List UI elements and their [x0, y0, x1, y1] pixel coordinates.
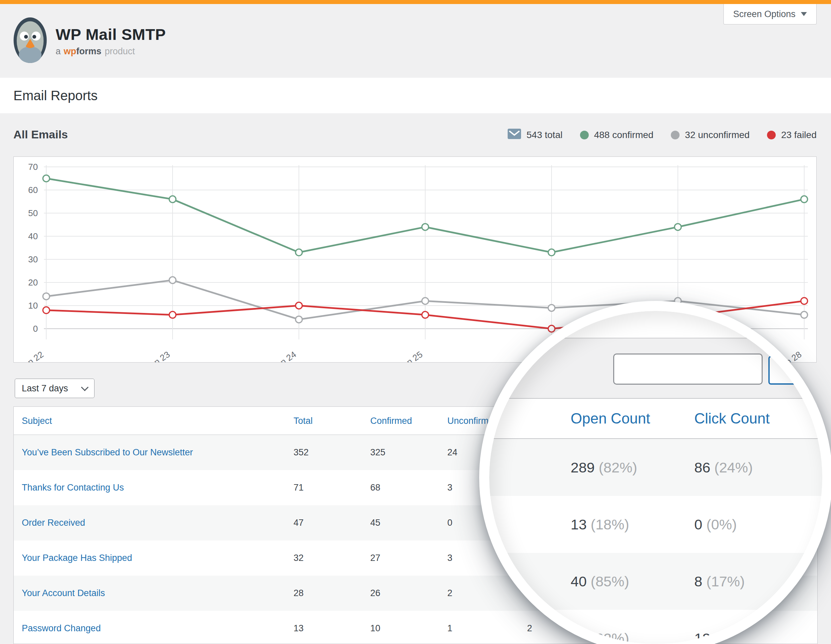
svg-text:60: 60 [28, 185, 38, 195]
date-range-select[interactable]: Last 7 days [15, 378, 94, 398]
envelope-icon [508, 129, 521, 142]
wp-mail-smtp-email-reports-page: Screen Options WP Mail SMTP a wp forms p… [0, 0, 831, 644]
top-orange-bar [0, 0, 831, 4]
unconfirmed-dot-icon [671, 131, 680, 139]
wpforms-wordmark: wp [64, 46, 76, 57]
chevron-down-icon [81, 384, 89, 391]
confirmed-cell: 68 [370, 470, 380, 505]
total-cell: 71 [293, 470, 304, 505]
svg-text:40: 40 [28, 231, 38, 241]
confirmed-cell: 45 [370, 505, 380, 541]
legend-item-unconfirmed: 32 unconfirmed [671, 130, 750, 140]
open-count-cell: 40 (85%) [571, 553, 629, 610]
failed-dot-icon [767, 131, 776, 139]
page-title-band: Email Reports [0, 78, 831, 113]
magnified-toolbar [489, 338, 822, 399]
legend-item-total: 543 total [508, 129, 562, 142]
total-cell: 13 [293, 611, 304, 644]
svg-text:0: 0 [33, 324, 38, 334]
svg-text:50: 50 [28, 208, 38, 218]
brand-header: WP Mail SMTP a wp forms product [13, 17, 166, 65]
pigeon-logo-icon [13, 17, 48, 65]
brand-title: WP Mail SMTP [56, 25, 166, 44]
svg-text:20: 20 [28, 277, 38, 288]
column-header-open-count[interactable]: Open Count [571, 399, 650, 438]
open-count-cell: 289 (82%) [571, 439, 637, 496]
subject-link[interactable]: Thanks for Contacting Us [22, 470, 124, 505]
svg-text:Jan 22: Jan 22 [18, 349, 45, 362]
confirmed-cell: 10 [370, 611, 380, 644]
magnifier-overlay: Open Count Click Count 289 (82%) 86 (24%… [479, 301, 831, 644]
magnified-table-row: 289 (82%) 86 (24%) [489, 439, 822, 496]
confirmed-cell: 27 [370, 541, 380, 576]
svg-text:10: 10 [28, 301, 38, 311]
magnified-table-row: 40 (85%) 8 (17%) [489, 553, 822, 610]
section-title-all-emails: All Emails [13, 128, 68, 141]
total-cell: 47 [293, 505, 304, 541]
click-count-cell: 0 (0%) [694, 496, 737, 553]
total-cell: 352 [293, 435, 309, 470]
column-header-total[interactable]: Total [293, 407, 313, 435]
subject-link[interactable]: Password Changed [22, 611, 101, 644]
unconfirmed-cell: 1 [447, 611, 452, 644]
total-cell: 28 [293, 576, 304, 611]
unconfirmed-cell: 0 [447, 505, 452, 541]
date-range-value: Last 7 days [22, 383, 68, 394]
click-count-cell: 86 (24%) [694, 439, 753, 496]
screen-options-button[interactable]: Screen Options [723, 4, 817, 24]
chevron-down-icon [801, 12, 807, 16]
svg-text:70: 70 [28, 162, 38, 172]
unconfirmed-cell: 3 [447, 470, 452, 505]
unconfirmed-cell: 24 [447, 435, 457, 470]
chart-legend: 543 total 488 confirmed 32 unconfirmed 2… [508, 127, 817, 143]
svg-text:Jan 23: Jan 23 [145, 349, 172, 362]
magnified-table-row: 13 (18%) 0 (0%) [489, 496, 822, 553]
svg-text:30: 30 [28, 254, 38, 264]
subject-link[interactable]: You’ve Been Subscribed to Our Newsletter [22, 435, 193, 470]
unconfirmed-cell: 3 [447, 541, 452, 576]
column-header-confirmed[interactable]: Confirmed [370, 407, 412, 435]
column-header-subject[interactable]: Subject [22, 407, 52, 435]
svg-text:Jan 24: Jan 24 [271, 349, 298, 362]
subject-link[interactable]: Your Package Has Shipped [22, 541, 132, 576]
magnifier-content: Open Count Click Count 289 (82%) 86 (24%… [489, 311, 822, 644]
search-input[interactable] [613, 353, 763, 385]
magnified-table-header: Open Count Click Count [489, 399, 822, 439]
legend-item-failed: 23 failed [767, 130, 817, 140]
confirmed-cell: 325 [370, 435, 385, 470]
screen-options-label: Screen Options [733, 9, 796, 19]
subject-link[interactable]: Your Account Details [22, 576, 105, 611]
open-count-cell: 13 (18%) [571, 496, 629, 553]
page-title: Email Reports [13, 88, 97, 103]
unconfirmed-cell: 2 [447, 576, 452, 611]
svg-text:Jan 25: Jan 25 [397, 349, 424, 362]
column-header-click-count[interactable]: Click Count [694, 399, 770, 438]
brand-subtitle: a wp forms product [56, 46, 166, 57]
click-count-cell: 8 (17%) [694, 553, 745, 610]
confirmed-dot-icon [580, 131, 589, 139]
total-cell: 32 [293, 541, 304, 576]
legend-item-confirmed: 488 confirmed [580, 130, 653, 140]
subject-link[interactable]: Order Received [22, 505, 85, 541]
failed-cell: 2 [527, 611, 532, 644]
confirmed-cell: 26 [370, 576, 380, 611]
